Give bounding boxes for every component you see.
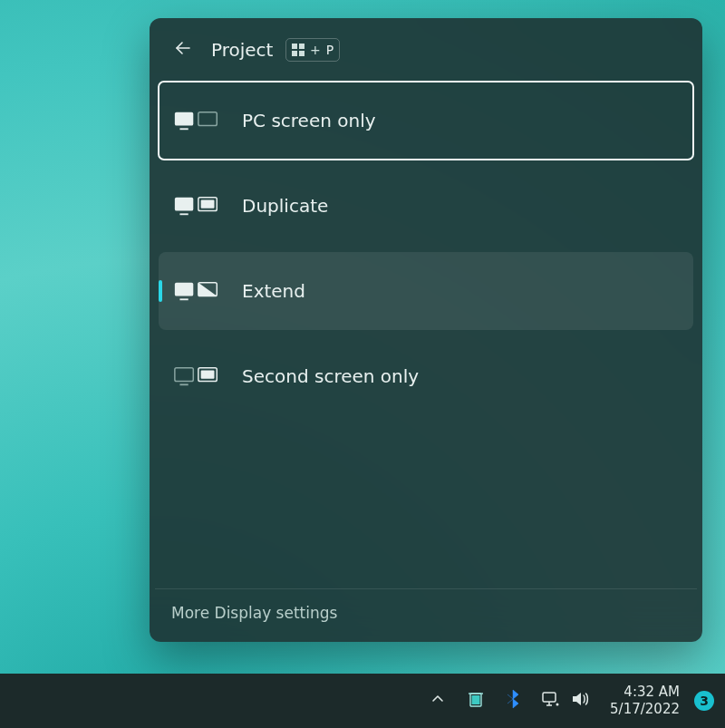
svg-point-13 <box>556 704 559 706</box>
more-display-settings-link[interactable]: More Display settings <box>155 588 697 631</box>
recycle-bin-icon <box>468 690 484 712</box>
system-tray: 4:32 AM 5/17/2022 3 <box>421 681 714 721</box>
network-icon <box>541 690 561 712</box>
tray-bluetooth[interactable] <box>498 681 530 721</box>
taskbar: 4:32 AM 5/17/2022 3 <box>0 674 725 728</box>
svg-rect-11 <box>472 695 480 704</box>
bluetooth-icon <box>506 689 522 713</box>
taskbar-date: 5/17/2022 <box>610 701 680 718</box>
chevron-up-icon <box>430 692 445 710</box>
option-pc-screen-only[interactable]: PC screen only <box>159 82 693 160</box>
option-duplicate[interactable]: Duplicate <box>159 167 693 245</box>
back-button[interactable] <box>168 34 198 65</box>
svg-rect-5 <box>175 283 193 296</box>
notification-center-badge[interactable]: 3 <box>694 691 714 711</box>
svg-rect-7 <box>175 368 193 382</box>
duplicate-icon <box>173 190 220 221</box>
plus-separator: + <box>310 43 321 57</box>
flyout-title: Project <box>211 39 273 61</box>
option-second-screen-only[interactable]: Second screen only <box>159 337 693 415</box>
svg-rect-2 <box>175 198 193 211</box>
tray-overflow-button[interactable] <box>421 681 454 721</box>
project-options-list: PC screen only Duplicate <box>155 82 697 415</box>
extend-icon <box>173 276 220 306</box>
svg-rect-0 <box>175 112 193 126</box>
arrow-left-icon <box>172 37 194 63</box>
project-flyout: Project + P <box>150 18 702 642</box>
option-label: Second screen only <box>242 365 419 387</box>
svg-rect-1 <box>198 112 217 126</box>
option-label: PC screen only <box>242 110 376 131</box>
sound-icon <box>570 690 590 712</box>
taskbar-time: 4:32 AM <box>610 684 680 701</box>
pc-screen-only-icon <box>173 105 220 136</box>
tray-network-sound[interactable] <box>536 681 595 721</box>
option-extend[interactable]: Extend <box>159 252 693 330</box>
desktop-wallpaper: Project + P <box>0 0 725 674</box>
tray-recycle-bin[interactable] <box>459 681 492 721</box>
taskbar-clock[interactable]: 4:32 AM 5/17/2022 <box>601 684 683 718</box>
option-label: Extend <box>242 280 305 302</box>
windows-key-icon <box>292 44 304 56</box>
svg-rect-9 <box>201 371 215 379</box>
shortcut-key: P <box>326 43 334 57</box>
svg-rect-4 <box>201 200 215 209</box>
shortcut-chip: + P <box>285 38 340 62</box>
option-label: Duplicate <box>242 195 328 217</box>
second-screen-only-icon <box>173 361 220 392</box>
flyout-header: Project + P <box>155 25 697 82</box>
accent-indicator <box>159 280 162 302</box>
svg-rect-12 <box>543 693 556 702</box>
